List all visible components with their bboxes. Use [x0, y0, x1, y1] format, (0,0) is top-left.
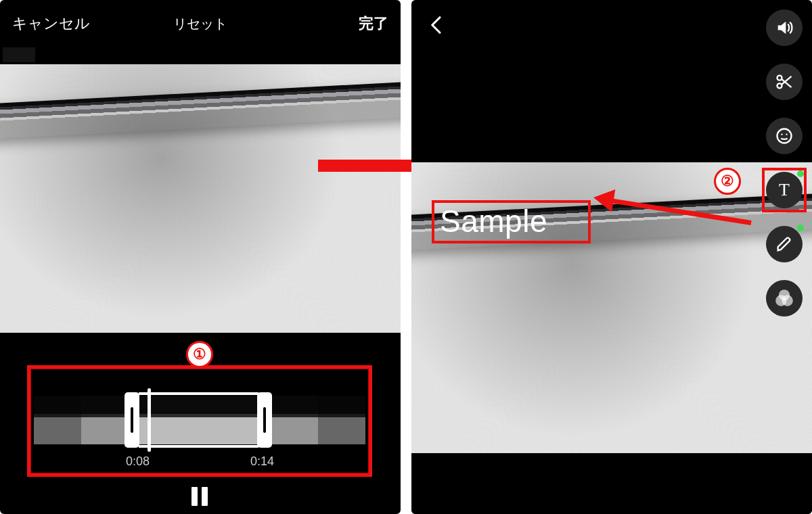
callout-box-2 — [762, 168, 807, 212]
callout-box-1 — [27, 365, 372, 477]
trim-screen: キャンセル リセット 完了 0:08 0:14 — [0, 0, 401, 514]
sticker-tool-button[interactable] — [766, 118, 803, 154]
callout-badge-1: ① — [186, 341, 213, 368]
progress-stub — [3, 47, 35, 62]
filter-tool-button[interactable] — [766, 280, 803, 317]
tool-column: T — [766, 9, 803, 317]
svg-point-3 — [781, 134, 782, 135]
draw-tool-button[interactable] — [766, 226, 803, 262]
editor-bottom-bar — [411, 454, 812, 514]
callout-badge-2: ② — [714, 168, 741, 195]
svg-point-2 — [777, 129, 792, 143]
svg-point-7 — [783, 296, 792, 306]
mute-button[interactable] — [766, 9, 803, 46]
trim-tool-button[interactable] — [766, 64, 803, 100]
editor-screen: T — [411, 0, 812, 514]
video-preview[interactable] — [0, 64, 401, 333]
back-button[interactable] — [426, 15, 447, 35]
trim-header: キャンセル リセット 完了 — [0, 0, 401, 47]
cancel-button[interactable]: キャンセル — [12, 14, 90, 34]
svg-point-4 — [786, 134, 787, 135]
overlay-text[interactable]: Sample — [440, 203, 547, 239]
done-button[interactable]: 完了 — [359, 14, 388, 34]
pause-button[interactable] — [191, 487, 208, 506]
